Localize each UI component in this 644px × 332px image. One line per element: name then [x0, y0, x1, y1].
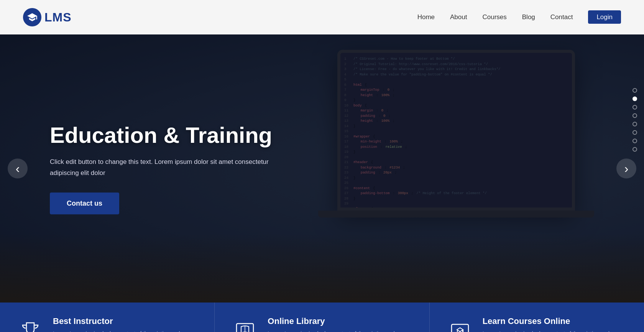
feature-text-online-library: Online Library Lorem Ipsum is simply dum…	[268, 316, 412, 332]
feature-card-learn-courses: Learn Courses Online Lorem Ipsum is simp…	[430, 303, 644, 332]
hero-section: 1/* CSSreset.com - How to keep footer at…	[0, 34, 644, 303]
feature-bar: ✦ ✦ ✦ Best Instructor Lorem Ipsum is sim…	[0, 303, 644, 332]
graduation-cap-icon	[27, 12, 38, 23]
monitor-graduation-icon	[447, 318, 473, 332]
deco-dot-6	[632, 130, 637, 135]
nav-login[interactable]: Login	[588, 10, 621, 24]
feature-desc-learn-courses: Lorem Ipsum is simply dummy text of the …	[483, 329, 627, 332]
chevron-left-icon: ‹	[16, 162, 20, 176]
book-icon	[232, 318, 258, 332]
feature-card-online-library: Online Library Lorem Ipsum is simply dum…	[215, 303, 429, 332]
deco-dot-8	[632, 147, 637, 152]
chevron-right-icon: ›	[624, 162, 629, 176]
feature-title-learn-courses: Learn Courses Online	[483, 316, 627, 326]
feature-card-best-instructor: ✦ ✦ ✦ Best Instructor Lorem Ipsum is sim…	[0, 303, 215, 332]
feature-title-online-library: Online Library	[268, 316, 412, 326]
deco-dot-5	[632, 122, 637, 126]
navbar: LMS Home About Courses Blog Contact Logi…	[0, 0, 644, 34]
contact-us-button[interactable]: Contact us	[50, 192, 119, 214]
deco-dot-2	[632, 96, 637, 101]
nav-courses[interactable]: Courses	[482, 13, 506, 21]
hero-title: Education & Training	[50, 123, 280, 147]
nav-home[interactable]: Home	[417, 13, 435, 21]
feature-text-best-instructor: Best Instructor Lorem Ipsum is simply du…	[53, 316, 197, 332]
carousel-prev-button[interactable]: ‹	[8, 159, 28, 178]
feature-desc-online-library: Lorem Ipsum is simply dummy text of the …	[268, 329, 412, 332]
feature-desc-best-instructor: Lorem Ipsum is simply dummy text of the …	[53, 329, 197, 332]
deco-dot-3	[632, 105, 637, 110]
logo-icon	[23, 8, 41, 26]
deco-dot-4	[632, 113, 637, 118]
desk-overlay	[0, 234, 644, 303]
nav-contact[interactable]: Contact	[550, 13, 573, 21]
deco-dot-1	[632, 88, 637, 93]
carousel-next-button[interactable]: ›	[616, 159, 636, 178]
deco-dot-7	[632, 139, 637, 143]
hero-content: Education & Training Click edit button t…	[50, 123, 280, 214]
hero-description: Click edit button to change this text. L…	[50, 157, 280, 179]
feature-text-learn-courses: Learn Courses Online Lorem Ipsum is simp…	[483, 316, 627, 332]
logo[interactable]: LMS	[23, 8, 72, 26]
nav-about[interactable]: About	[450, 13, 467, 21]
trophy-icon: ✦ ✦ ✦	[17, 318, 44, 332]
nav-links: Home About Courses Blog Contact Login	[417, 13, 621, 21]
decorative-dots	[632, 88, 637, 152]
feature-title-best-instructor: Best Instructor	[53, 316, 197, 326]
nav-blog[interactable]: Blog	[522, 13, 535, 21]
logo-text: LMS	[44, 10, 72, 25]
